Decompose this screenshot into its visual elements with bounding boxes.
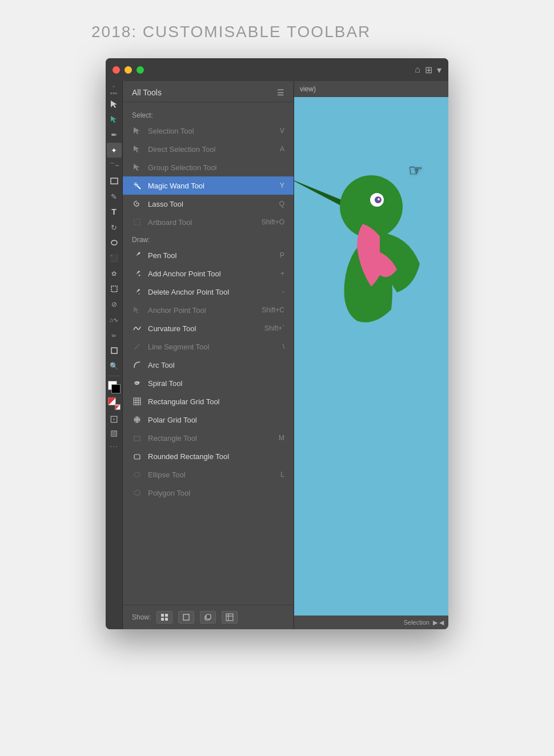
minimize-button[interactable] [125,66,132,74]
rounded-rect-tool-label: Rounded Rectangle Tool [148,452,279,461]
rectangle-shortcut: M [279,434,284,442]
layer-icon-sidebar[interactable]: ▧ [110,428,118,437]
title-bar-icons: ⌂ ⊞ ▾ [415,65,441,75]
svg-marker-22 [134,307,139,313]
pen-tool-item[interactable]: Pen Tool P [123,246,294,264]
anchor-point-tool-label: Anchor Point Tool [148,306,256,315]
rectangle-tool-item[interactable]: Rectangle Tool M [123,429,294,447]
curvature-shortcut: Shift+` [264,324,284,332]
footer-icon-btn-3[interactable] [200,611,216,624]
svg-rect-38 [161,614,164,617]
maximize-button[interactable] [137,66,144,74]
pen-tool-label: Pen Tool [148,251,274,260]
sidebar-puppet-warp[interactable]: ⌂∿ [107,312,122,327]
ellipse-tool-item[interactable]: Ellipse Tool L [123,465,294,484]
add-anchor-tool-item[interactable]: + Add Anchor Point Tool + [123,264,294,283]
rounded-rect-tool-item[interactable]: Rounded Rectangle Tool [123,447,294,465]
ellipse-tool-label: Ellipse Tool [148,471,275,479]
selection-tool-item[interactable]: Selection Tool V [123,122,294,140]
spiral-tool-icon [132,378,142,388]
sidebar-blend-tool[interactable]: ∞ [107,328,122,343]
sidebar-magic-wand[interactable]: ✦ [107,143,122,158]
footer-icon-btn-2[interactable] [178,611,194,624]
svg-rect-34 [134,436,140,441]
group-selection-tool-item[interactable]: + Group Selection Tool [123,158,294,176]
draw-section-label: Draw: [123,231,294,246]
svg-marker-1 [111,116,117,123]
svg-marker-0 [111,100,117,108]
sidebar-artboard-tool[interactable] [107,282,122,296]
polygon-tool-label: Polygon Tool [148,489,279,497]
stroke-fill-box[interactable] [107,380,122,395]
anchor-point-shortcut: Shift+C [262,306,284,314]
svg-rect-45 [226,614,233,621]
svg-marker-7 [134,146,139,152]
sidebar-lasso-tool[interactable]: ⌒~ [107,158,122,173]
magic-wand-tool-item[interactable]: Magic Wand Tool Y [123,176,294,195]
sidebar-pencil-tool[interactable]: ✎ [107,189,122,204]
selection-tool-shortcut: V [280,127,284,135]
grid-icon[interactable]: ⊞ [425,65,432,75]
svg-text:+: + [138,165,140,168]
sidebar-eraser-tool[interactable]: ⬛ [107,251,122,266]
dropdown-arrow-icon[interactable]: ▾ [437,65,441,75]
rect-grid-tool-item[interactable]: Rectangular Grid Tool [123,392,294,411]
color-mode-boxes[interactable] [107,397,122,410]
lasso-tool-item[interactable]: Lasso Tool Q [123,195,294,213]
spiral-tool-label: Spiral Tool [148,379,279,388]
svg-line-23 [134,344,140,349]
sidebar-rect-tool[interactable] [107,174,122,188]
footer-icon-btn-1[interactable] [156,611,172,624]
sidebar-ellipse-tool[interactable] [107,235,122,250]
ellipse-tool-icon [132,469,142,480]
artboard-tool-item[interactable]: Artboard Tool Shift+O [123,213,294,231]
svg-rect-24 [134,398,140,405]
more-tools-dots[interactable]: ··· [110,441,118,451]
app-body: » ■■■ ✒ ✦ ⌒~ ✎ T ↻ [106,81,448,629]
polar-grid-tool-item[interactable]: Polar Grid Tool [123,411,294,429]
line-segment-tool-label: Line Segment Tool [148,343,277,351]
sidebar-mmm: ■■■ [110,91,117,95]
sidebar-crop-tool[interactable] [107,343,122,358]
svg-rect-18 [134,219,140,225]
sidebar-direct-selection-tool[interactable] [107,112,122,127]
pen-shortcut: P [280,251,284,259]
list-view-icon[interactable]: ☰ [277,88,284,97]
sidebar-type-tool[interactable]: T [107,204,122,219]
artboard-icon-sidebar[interactable]: ⊡ [110,413,118,425]
lasso-tool-label: Lasso Tool [148,200,274,208]
polygon-tool-item[interactable]: Polygon Tool [123,484,294,502]
tools-panel-header: All Tools ☰ [123,81,294,102]
sidebar-eyedropper-tool[interactable]: ⊘ [107,297,122,312]
svg-point-11 [135,184,137,186]
close-button[interactable] [113,66,120,74]
delete-anchor-tool-item[interactable]: - Delete Anchor Point Tool - [123,283,294,301]
anchor-point-tool-item[interactable]: Anchor Point Tool Shift+C [123,301,294,319]
direct-selection-tool-item[interactable]: Direct Selection Tool A [123,140,294,158]
direct-selection-tool-icon [132,144,142,154]
curvature-tool-item[interactable]: Curvature Tool Shift+` [123,319,294,337]
canvas-bottom-label: Selection [404,619,429,626]
home-icon[interactable]: ⌂ [415,65,420,75]
arc-tool-item[interactable]: Arc Tool [123,356,294,374]
spiral-tool-item[interactable]: Spiral Tool [123,374,294,392]
line-segment-tool-item[interactable]: Line Segment Tool \ [123,337,294,356]
sidebar-zoom-tool[interactable]: 🔍 [107,359,122,373]
sidebar-symbol-tool[interactable]: ✿ [107,266,122,281]
footer-icon-btn-4[interactable] [222,611,238,624]
sidebar-selection-tool[interactable] [107,96,122,111]
sidebar-rotate-tool[interactable]: ↻ [107,220,122,235]
line-segment-shortcut: \ [283,343,284,351]
curvature-tool-label: Curvature Tool [148,324,259,333]
magic-wand-tool-icon [132,180,142,191]
tools-list[interactable]: Select: Selection Tool V [123,102,294,605]
sidebar-toolbar: » ■■■ ✒ ✦ ⌒~ ✎ T ↻ [106,81,123,629]
arc-tool-icon [132,360,142,370]
group-selection-tool-icon: + [132,162,142,172]
svg-marker-6 [134,127,140,134]
canvas-bottom-arrows: ▶ ◀ [433,619,444,626]
sidebar-label: » [113,85,115,89]
sidebar-pen-tool[interactable]: ✒ [107,127,122,142]
lasso-shortcut: Q [279,200,284,208]
selection-tool-label: Selection Tool [148,127,274,135]
